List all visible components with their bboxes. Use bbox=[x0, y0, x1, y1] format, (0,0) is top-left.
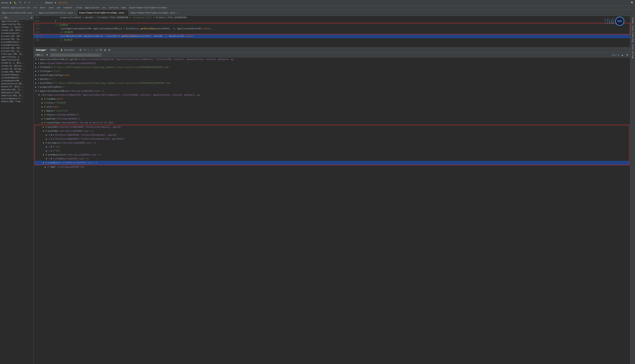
var-row[interactable]: ▶PexcelPath="C:\Users\16872\AppData\Loca… bbox=[34, 81, 630, 85]
call-stack-item[interactable]: invokeHandlerMe... bbox=[0, 79, 34, 82]
var-row[interactable]: ▶FappType={Integer@29685}1 bbox=[34, 117, 630, 121]
tab-applicationcontroller[interactable]: ApplicationController.java × bbox=[37, 10, 77, 16]
tab-close-icon[interactable]: × bbox=[33, 12, 34, 14]
call-stack-item[interactable]: doDispatch:1070,... bbox=[0, 91, 34, 94]
expand-toggle[interactable]: ▶ bbox=[45, 133, 48, 137]
call-stack-item[interactable]: proceed:763, Cg... bbox=[0, 50, 34, 52]
var-row[interactable]: ▼FjsonObject={JSONObject@29692}size = 1 bbox=[35, 161, 629, 165]
var-row[interactable]: ▶FcreateTime={Date@29687}"Thu Aug 10 00:… bbox=[34, 121, 630, 125]
var-row[interactable]: ▶Fstatus={Integer@29684}0 bbox=[34, 113, 630, 117]
var-row[interactable]: ▶≡0="111" bbox=[35, 145, 629, 149]
expand-toggle[interactable]: ▶ bbox=[41, 105, 44, 109]
var-row[interactable]: ▼FjsonObjectList={ArrayList@29691}size =… bbox=[35, 153, 629, 157]
filter-icon[interactable]: ▼ bbox=[31, 16, 32, 19]
var-row[interactable]: ▶PpropertyFilePath="" bbox=[34, 85, 630, 89]
jrebel-label[interactable]: JRebel ▼ bbox=[45, 2, 56, 4]
search-icon[interactable]: 🔍 bbox=[631, 2, 634, 4]
eval-input[interactable] bbox=[50, 54, 102, 57]
call-stack-item[interactable]: proceed:163, Ref... bbox=[0, 35, 34, 38]
expand-toggle[interactable]: ▶ bbox=[41, 101, 44, 105]
call-stack-item[interactable]: importConfig:-1, bbox=[0, 56, 34, 58]
expand-toggle[interactable]: ▶ bbox=[45, 149, 48, 153]
expand-toggle[interactable]: ▶ bbox=[34, 78, 37, 81]
tab-exportimport-2[interactable]: ExportImportConfigServiceImpl.java × bbox=[128, 10, 180, 16]
var-row[interactable]: ▼FstringList={ArrayList@29690}size = 2 bbox=[35, 141, 629, 145]
expand-toggle[interactable]: ▼ bbox=[42, 153, 45, 157]
tab-close-icon[interactable]: × bbox=[176, 12, 178, 14]
toolbar-btn-2[interactable]: ↺ bbox=[28, 1, 31, 4]
step-over-btn[interactable]: ↷ bbox=[83, 48, 86, 52]
var-row[interactable]: ▶PfilePath="C:\Users\16872\AppData\Local… bbox=[34, 65, 630, 69]
expand-toggle[interactable]: ▶ bbox=[34, 70, 37, 73]
evaluate-btn[interactable]: ☰ bbox=[99, 48, 102, 52]
var-row[interactable]: ▶≡1="222" bbox=[35, 149, 629, 153]
var-row[interactable]: ▶Ftitle="平台管理" bbox=[34, 101, 630, 105]
tab-close-icon[interactable]: × bbox=[125, 12, 126, 14]
call-stack-item[interactable]: invokeForReques... bbox=[0, 73, 34, 76]
var-row[interactable]: ▼PapplicationExcelVOList.get(0)={Applica… bbox=[34, 58, 630, 62]
call-stack-item[interactable]: proceed:763, Cg... bbox=[0, 38, 34, 40]
expand-toggle[interactable]: ▼ bbox=[42, 161, 45, 164]
var-row[interactable]: ▼FexcelVOs={ArrayList@29689}size = 2 bbox=[35, 129, 629, 133]
expand-toggle[interactable]: ▶ bbox=[41, 113, 44, 117]
step-out-btn[interactable]: ↑ bbox=[90, 48, 93, 52]
bigdata-tab[interactable]: Big Data Tools bbox=[631, 24, 634, 43]
expand-toggle[interactable]: ▼ bbox=[34, 89, 37, 93]
call-stack-item[interactable]: invoke:218, Meth... bbox=[0, 29, 34, 32]
var-row[interactable]: ▼PapplicationExcelVOList={ArrayList@2512… bbox=[34, 89, 630, 93]
sort-up-btn[interactable]: ▲ bbox=[620, 53, 624, 57]
whylab-tab[interactable]: Whylab Stats bbox=[631, 43, 634, 59]
settings-btn[interactable]: ⚙ bbox=[108, 48, 111, 52]
expand-toggle[interactable]: ▼ bbox=[45, 157, 48, 160]
expand-toggle[interactable]: ▶ bbox=[34, 85, 37, 89]
toolbar-btn-3[interactable]: → bbox=[32, 1, 36, 4]
expand-toggle[interactable]: ▶ bbox=[34, 62, 37, 65]
tab-exportimport-active[interactable]: ExportImportConfigServiceImpl.java × bbox=[78, 10, 128, 16]
call-stack-item[interactable]: importConfigFro... bbox=[0, 20, 34, 23]
toolbar-btn-4[interactable]: ↓ bbox=[36, 1, 39, 4]
expand-toggle[interactable]: ▶ bbox=[45, 137, 48, 141]
call-stack-item[interactable]: invokeJoinpoint:... bbox=[0, 32, 34, 35]
sort-down-btn[interactable]: ▼ bbox=[625, 53, 629, 57]
call-stack-item[interactable]: invoke:498, Meth... bbox=[0, 70, 34, 73]
build-btn[interactable]: 🔨 bbox=[18, 1, 22, 4]
tab-console[interactable]: 控制台 bbox=[49, 48, 58, 52]
var-row[interactable]: ▶Ficon=null bbox=[34, 105, 630, 109]
var-row[interactable]: ▶≡1={TestExcelVO@29697}"TestExcelVO(name… bbox=[35, 137, 629, 141]
call-stack-item[interactable]: invoke:0,-1, Nati... bbox=[0, 62, 34, 64]
call-stack-item[interactable]: invoke:-1, Export... bbox=[0, 26, 34, 29]
call-stack-item[interactable]: handle:87, Abstr... bbox=[0, 85, 34, 88]
call-stack-item[interactable]: invoke:43, Delega... bbox=[0, 67, 34, 70]
call-stack-item[interactable]: proceed:186, Ref... bbox=[0, 46, 34, 50]
tab-applicationexcelvo[interactable]: ApplicationExcelVO.java × bbox=[0, 10, 37, 16]
expand-toggle[interactable]: ▶ bbox=[45, 145, 48, 149]
call-stack-item[interactable]: importConfig:194... bbox=[0, 23, 34, 26]
var-row[interactable]: ▶FexcelVO={TestExcelVO@29688}"TestExcelV… bbox=[35, 125, 629, 129]
expand-toggle[interactable]: ▼ bbox=[42, 129, 45, 133]
call-stack-item[interactable]: doInvoke:205, In... bbox=[0, 88, 34, 91]
expand-toggle[interactable]: ▶ bbox=[41, 97, 44, 101]
var-row[interactable]: ▼Fappid="platform" bbox=[34, 109, 630, 113]
expand-toggle[interactable]: ▶ bbox=[44, 165, 47, 169]
tab-close-icon[interactable]: × bbox=[74, 12, 75, 14]
resume-btn[interactable]: ☰ bbox=[79, 48, 82, 52]
filter-btn[interactable]: ▼ bbox=[45, 53, 49, 57]
var-row[interactable]: ▼≡0={ApplicationExcelVO@25139}"Applicati… bbox=[34, 93, 630, 97]
run-to-cursor-btn[interactable]: →| bbox=[94, 48, 98, 52]
var-row[interactable]: ▼≡0={JSONObject@29701}size = 1 bbox=[35, 157, 629, 161]
expand-toggle[interactable]: ▼ bbox=[42, 141, 45, 145]
var-row[interactable]: ▶PcoverPropertyFlag=null bbox=[34, 73, 630, 77]
expand-toggle[interactable]: ▼ bbox=[38, 93, 40, 97]
call-stack-item[interactable]: invokeWithinTra... bbox=[0, 44, 34, 46]
maven-tab[interactable]: Maven bbox=[631, 17, 634, 24]
call-stack-item[interactable]: invoke:62, Native... bbox=[0, 64, 34, 67]
expand-toggle[interactable]: ▶ bbox=[41, 121, 44, 124]
toolbar-btn-1[interactable]: ↻ bbox=[23, 1, 27, 4]
expand-toggle[interactable]: ▼ bbox=[41, 109, 44, 113]
call-stack-item[interactable]: doService:963, Di... bbox=[0, 94, 34, 97]
expand-toggle[interactable]: ▶ bbox=[41, 117, 44, 120]
call-stack-item[interactable]: handleInternal:80... bbox=[0, 82, 34, 85]
var-row[interactable]: ▶FlineNum=null bbox=[34, 97, 630, 101]
frames-btn[interactable]: ⊞ bbox=[104, 48, 107, 52]
call-stack-item[interactable]: intercept:708, Cg... bbox=[0, 52, 34, 56]
